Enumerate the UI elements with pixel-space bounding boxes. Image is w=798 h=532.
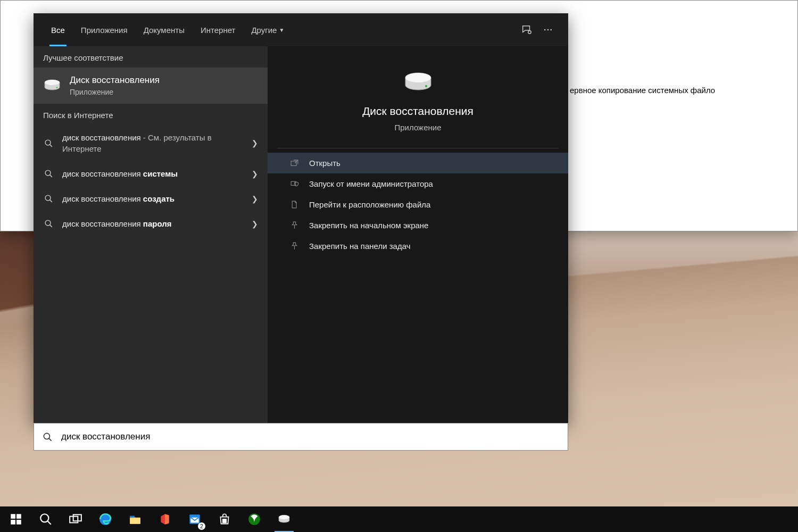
svg-point-6: [56, 87, 58, 88]
action-open[interactable]: Открыть: [268, 153, 568, 173]
svg-point-43: [279, 515, 289, 519]
svg-point-5: [45, 80, 60, 85]
mail-badge: 2: [198, 522, 205, 530]
tab-more-label: Другие: [251, 26, 277, 35]
web-result-3[interactable]: диск восстановления пароля ❯: [34, 211, 268, 236]
drive-icon: [43, 79, 61, 92]
wizard-body-text: ервное копирование системных файло: [570, 86, 715, 95]
web-result-1[interactable]: диск восстановления системы ❯: [34, 161, 268, 186]
svg-point-28: [40, 514, 48, 522]
shield-icon: [289, 179, 300, 188]
start-search-panel: Все Приложения Документы Интернет Другие…: [34, 13, 568, 423]
action-run-as-admin[interactable]: Запуск от имени администратора: [268, 173, 568, 194]
start-button[interactable]: [1, 506, 31, 532]
search-icon: [43, 139, 54, 148]
chevron-right-icon: ❯: [252, 220, 258, 228]
search-icon: [43, 432, 53, 442]
search-icon: [43, 169, 54, 178]
web-result-0[interactable]: диск восстановления - См. результаты в И…: [34, 125, 268, 161]
task-view-button[interactable]: [61, 506, 90, 532]
svg-rect-31: [73, 514, 81, 521]
web-result-text: диск восстановления создать: [62, 193, 243, 204]
search-icon: [43, 219, 54, 228]
svg-rect-25: [16, 514, 21, 519]
svg-rect-38: [225, 519, 227, 521]
action-label: Запуск от имени администратора: [309, 179, 433, 188]
web-result-2[interactable]: диск восстановления создать ❯: [34, 186, 268, 211]
action-open-location[interactable]: Перейти к расположению файла: [268, 194, 568, 215]
action-label: Закрепить на начальном экране: [309, 221, 428, 230]
preview-subtitle: Приложение: [395, 123, 442, 132]
svg-point-16: [405, 73, 431, 82]
svg-point-1: [544, 29, 546, 31]
svg-point-11: [45, 195, 51, 201]
tab-apps[interactable]: Приложения: [73, 13, 136, 46]
preview-title: Диск восстановления: [362, 105, 473, 118]
drive-icon: [403, 72, 434, 93]
svg-rect-27: [16, 520, 21, 525]
chevron-right-icon: ❯: [252, 195, 258, 203]
svg-line-23: [49, 438, 52, 440]
search-tabs: Все Приложения Документы Интернет Другие…: [34, 13, 568, 46]
svg-line-10: [49, 175, 52, 177]
open-icon: [289, 159, 300, 168]
search-input-bar[interactable]: [34, 423, 568, 451]
chevron-right-icon: ❯: [252, 139, 258, 147]
search-icon: [43, 194, 54, 203]
best-match-item[interactable]: Диск восстановления Приложение: [34, 68, 268, 104]
tab-more[interactable]: Другие▼: [243, 13, 292, 46]
action-label: Закрепить на панели задач: [309, 242, 411, 251]
svg-rect-18: [291, 161, 296, 166]
svg-point-7: [45, 140, 51, 145]
feedback-icon[interactable]: [516, 13, 537, 46]
taskbar-app-explorer[interactable]: [120, 506, 150, 532]
pin-icon: [289, 221, 300, 230]
web-result-text: диск восстановления системы: [62, 168, 243, 179]
svg-point-22: [44, 433, 49, 439]
svg-point-2: [547, 29, 549, 31]
tab-web[interactable]: Интернет: [193, 13, 243, 46]
svg-point-0: [528, 31, 531, 34]
chevron-down-icon: ▼: [279, 27, 284, 33]
svg-rect-33: [130, 518, 140, 524]
search-input[interactable]: [60, 431, 559, 443]
svg-point-17: [425, 85, 427, 87]
taskbar-app-store[interactable]: [210, 506, 239, 532]
svg-point-3: [551, 29, 552, 31]
taskbar-search-button[interactable]: [31, 506, 61, 532]
svg-rect-26: [11, 520, 15, 525]
action-pin-taskbar[interactable]: Закрепить на панели задач: [268, 236, 568, 256]
best-match-subtitle: Приложение: [70, 88, 160, 96]
svg-line-8: [49, 144, 52, 146]
tab-all[interactable]: Все: [43, 13, 73, 46]
pin-icon: [289, 242, 300, 251]
taskbar-app-recovery-drive[interactable]: [269, 506, 299, 532]
action-label: Перейти к расположению файла: [309, 200, 430, 209]
svg-line-12: [49, 200, 52, 202]
web-result-text: диск восстановления пароля: [62, 218, 243, 229]
chevron-right-icon: ❯: [252, 170, 258, 178]
action-pin-start[interactable]: Закрепить на начальном экране: [268, 215, 568, 236]
web-result-text: диск восстановления - См. результаты в И…: [62, 132, 243, 154]
action-label: Открыть: [309, 159, 340, 168]
divider: [277, 148, 559, 148]
svg-rect-30: [70, 517, 78, 523]
search-results-left: Лучшее соответствие Диск восстановления …: [34, 46, 268, 423]
taskbar-app-mail[interactable]: 2: [180, 506, 210, 532]
svg-line-29: [47, 521, 51, 525]
svg-point-13: [45, 220, 51, 226]
best-match-header: Лучшее соответствие: [34, 46, 268, 68]
taskbar-app-edge[interactable]: [90, 506, 120, 532]
svg-rect-40: [225, 521, 227, 523]
svg-rect-24: [11, 514, 15, 519]
preview-hero: Диск восстановления Приложение: [268, 72, 568, 132]
web-results-header: Поиск в Интернете: [34, 104, 268, 125]
search-preview-right: Диск восстановления Приложение Открыть З…: [268, 46, 568, 423]
tab-documents[interactable]: Документы: [136, 13, 193, 46]
taskbar-app-office[interactable]: [150, 506, 180, 532]
more-options-icon[interactable]: [537, 13, 559, 46]
taskbar-app-xbox[interactable]: [239, 506, 269, 532]
svg-point-9: [45, 170, 51, 176]
svg-rect-39: [223, 521, 225, 523]
taskbar: 2: [0, 506, 798, 532]
